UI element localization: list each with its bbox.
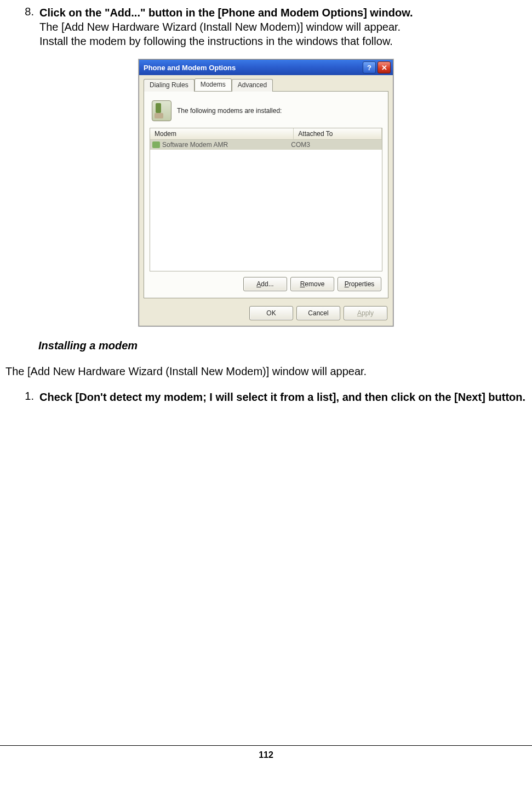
tab-panel-modems: The following modems are installed: Mode… [144, 91, 388, 298]
ok-button[interactable]: OK [249, 306, 293, 320]
section-heading: Installing a modem [38, 339, 527, 352]
step-number: 8. [5, 5, 39, 48]
tab-dialing-rules[interactable]: Dialing Rules [144, 79, 195, 92]
paragraph: The [Add New Hardware Wizard (Install Ne… [5, 365, 527, 378]
cell-modem-name: Software Modem AMR [150, 140, 289, 150]
step-8: 8. Click on the "Add..." button in the [… [5, 5, 527, 48]
info-text: The following modems are installed: [177, 107, 282, 115]
step-bold-text: Click on the "Add..." button in the [Pho… [39, 7, 413, 19]
step-bold-text: Check [Don't detect my modem; I will sel… [39, 391, 525, 403]
titlebar: Phone and Modem Options ? ✕ [139, 60, 393, 75]
tab-modems[interactable]: Modems [195, 78, 232, 91]
cancel-button[interactable]: Cancel [296, 306, 340, 320]
step-body: Check [Don't detect my modem; I will sel… [39, 390, 527, 404]
dialog-title: Phone and Modem Options [144, 64, 361, 72]
add-button[interactable]: Add... [243, 277, 287, 291]
properties-button[interactable]: Properties [337, 277, 381, 291]
tab-advanced[interactable]: Advanced [232, 79, 273, 92]
step-number: 1. [5, 390, 39, 404]
remove-button[interactable]: Remove [290, 277, 334, 291]
modem-listview[interactable]: Modem Attached To Software Modem AMR COM… [150, 128, 382, 271]
info-row: The following modems are installed: [150, 97, 382, 128]
step-line: The [Add New Hardware Wizard (Install Ne… [39, 21, 401, 33]
tab-strip: Dialing Rules Modems Advanced [139, 75, 393, 91]
listview-header: Modem Attached To [150, 128, 382, 140]
modem-icon [152, 100, 171, 121]
modem-name-text: Software Modem AMR [162, 141, 228, 149]
column-modem[interactable]: Modem [150, 128, 294, 139]
step-body: Click on the "Add..." button in the [Pho… [39, 5, 527, 48]
column-attached-to[interactable]: Attached To [294, 128, 382, 139]
phone-modem-dialog: Phone and Modem Options ? ✕ Dialing Rule… [139, 59, 393, 326]
close-button[interactable]: ✕ [377, 61, 391, 73]
panel-button-row: Add... Remove Properties [150, 271, 382, 292]
page-footer: 112 [0, 745, 532, 768]
table-row[interactable]: Software Modem AMR COM3 [150, 140, 382, 150]
apply-button[interactable]: Apply [344, 306, 387, 320]
close-icon: ✕ [381, 64, 387, 72]
cell-port: COM3 [289, 140, 382, 150]
help-button[interactable]: ? [363, 61, 376, 73]
step-1: 1. Check [Don't detect my modem; I will … [5, 390, 527, 404]
step-line: Install the modem by following the instr… [39, 35, 393, 47]
modem-row-icon [152, 141, 160, 148]
dialog-button-row: OK Cancel Apply [139, 303, 393, 326]
page-number: 112 [259, 750, 273, 760]
